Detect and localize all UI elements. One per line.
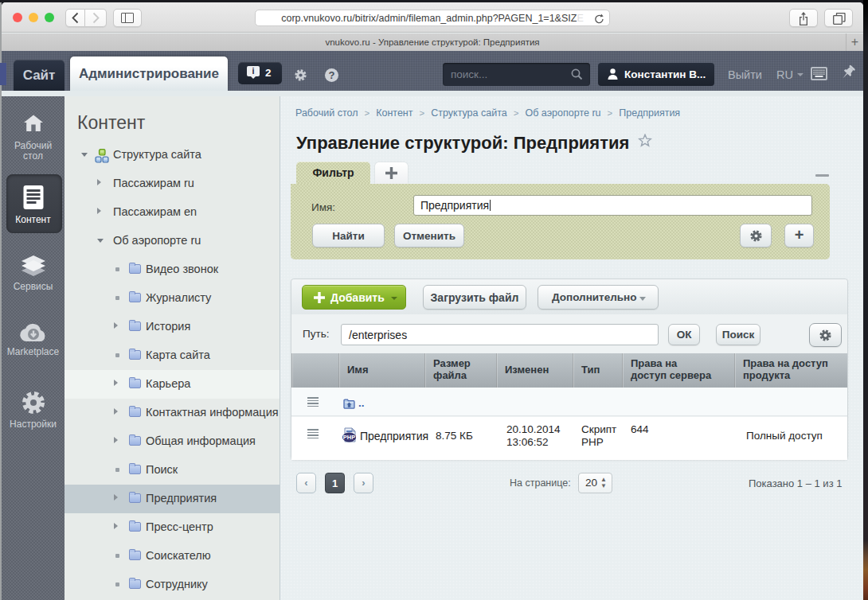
svg-text:PHP: PHP (343, 434, 355, 441)
